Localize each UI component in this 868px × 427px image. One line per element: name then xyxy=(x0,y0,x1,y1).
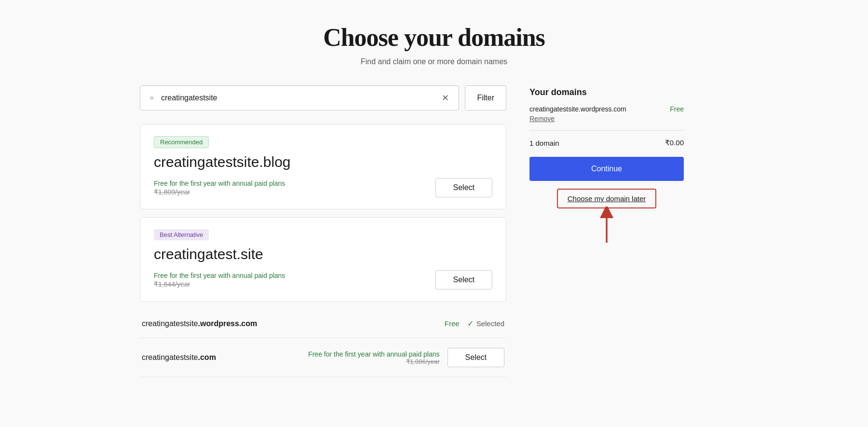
left-panel: ⚬ ✕ Filter Recommended creatingatestsite… xyxy=(140,85,506,377)
com-domain-row: creatingatestsite.com Free for the first… xyxy=(140,338,506,377)
choose-later-wrapper: Choose my domain later xyxy=(529,189,684,208)
summary-row: 1 domain ₹0.00 xyxy=(529,138,684,147)
remove-domain-link[interactable]: Remove xyxy=(529,115,684,123)
wordpress-domain-row: creatingatestsite.wordpress.com Free ✓ S… xyxy=(140,309,506,338)
recommended-badge: Recommended xyxy=(154,136,209,148)
sidebar-domain-name: creatingatestsite.wordpress.com xyxy=(529,105,626,113)
filter-button[interactable]: Filter xyxy=(465,85,506,110)
com-original-price: ₹1,086/year xyxy=(406,358,439,365)
wordpress-selected-label: ✓ Selected xyxy=(467,319,504,328)
com-select-button[interactable]: Select xyxy=(448,348,504,367)
your-domains-title: Your domains xyxy=(529,87,684,97)
recommended-original-price: ₹1,809/year xyxy=(154,188,285,196)
alternative-select-button[interactable]: Select xyxy=(435,270,492,289)
com-free-text: Free for the first year with annual paid… xyxy=(308,350,439,358)
com-price-info: Free for the first year with annual paid… xyxy=(308,350,439,365)
arrow-annotation xyxy=(592,207,621,247)
page-subtitle: Find and claim one or more domain names xyxy=(361,57,507,66)
recommended-price-info: Free for the first year with annual paid… xyxy=(154,179,285,196)
continue-button[interactable]: Continue xyxy=(529,157,684,181)
choose-later-button[interactable]: Choose my domain later xyxy=(557,189,657,208)
com-domain-name: creatingatestsite.com xyxy=(142,353,308,362)
domain-count-label: 1 domain xyxy=(529,139,559,147)
sidebar-domain-price: Free xyxy=(670,105,684,113)
clear-search-icon[interactable]: ✕ xyxy=(440,91,451,105)
alternative-original-price: ₹1,644/year xyxy=(154,280,285,288)
alternative-free-text: Free for the first year with annual paid… xyxy=(154,272,285,279)
selected-text: Selected xyxy=(476,319,504,328)
alternative-domain-name: creatingatest.site xyxy=(154,246,492,262)
domain-count-price: ₹0.00 xyxy=(665,138,684,147)
recommended-free-text: Free for the first year with annual paid… xyxy=(154,179,285,187)
search-row: ⚬ ✕ Filter xyxy=(140,85,506,110)
wordpress-tld: .wordpress.com xyxy=(198,319,258,328)
alternative-badge: Best Alternative xyxy=(154,229,209,240)
search-icon: ⚬ xyxy=(148,93,155,103)
com-tld: .com xyxy=(198,353,216,361)
sidebar-domain-item: creatingatestsite.wordpress.com Free xyxy=(529,105,684,113)
alternative-price-info: Free for the first year with annual paid… xyxy=(154,272,285,288)
search-input[interactable] xyxy=(161,94,440,102)
recommended-domain-name: creatingatestsite.blog xyxy=(154,154,492,170)
search-box: ⚬ ✕ xyxy=(140,85,459,110)
sidebar-divider xyxy=(529,130,684,131)
wordpress-domain-name: creatingatestsite.wordpress.com xyxy=(142,319,445,328)
recommended-select-button[interactable]: Select xyxy=(435,178,492,197)
page-title: Choose your domains xyxy=(323,23,545,52)
wordpress-free-label: Free xyxy=(445,319,460,328)
alternative-domain-card: Best Alternative creatingatest.site Free… xyxy=(140,217,506,302)
right-panel: Your domains creatingatestsite.wordpress… xyxy=(529,85,684,377)
recommended-domain-card: Recommended creatingatestsite.blog Free … xyxy=(140,124,506,209)
check-icon: ✓ xyxy=(467,319,474,328)
